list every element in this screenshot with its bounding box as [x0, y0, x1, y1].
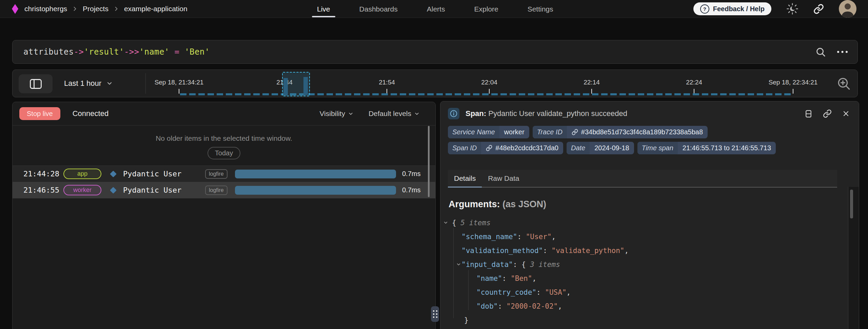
timeline-tick-mark — [489, 89, 490, 94]
stop-live-button[interactable]: Stop live — [19, 107, 60, 120]
tab-live[interactable]: Live — [312, 0, 335, 18]
live-panel-scrollbar[interactable] — [428, 126, 430, 197]
log-row[interactable]: 21:46:55workerPydantic Userlogfire0.7ms — [13, 182, 435, 198]
meta-value-text: #34bd8e51d73c3f4c8a189b72338a5ba8 — [581, 128, 703, 136]
tab-raw-data[interactable]: Raw Data — [482, 170, 525, 187]
span-name: Pydantic User — [123, 170, 205, 178]
query-bar[interactable]: attributes->'result'->>'name' = 'Ben' — [12, 40, 858, 64]
timeline-selection[interactable] — [282, 72, 310, 96]
span-detail-panel: Span: Pydantic User validate_python succ… — [440, 101, 859, 329]
breadcrumb-projects[interactable]: Projects — [83, 5, 108, 13]
feedback-help-button[interactable]: ? Feedback / Help — [693, 2, 771, 15]
span-panel-scrollbar-track — [848, 187, 859, 329]
meta-value[interactable]: #34bd8e51d73c3f4c8a189b72338a5ba8 — [567, 126, 708, 138]
theme-toggle-icon[interactable] — [786, 3, 798, 15]
timeline-tick-label: 22:04 — [481, 79, 497, 86]
grip-dots-icon — [433, 310, 437, 318]
json-key: "schema_name" — [461, 233, 517, 241]
timeline[interactable]: Sep 18, 21:34:2121:4421:5422:0422:1422:2… — [13, 70, 857, 97]
span-diamond-icon — [110, 171, 117, 177]
json-line: "dob": "2000-02-02", — [449, 299, 859, 313]
json-line: } — [449, 313, 859, 327]
json-punct: : — [536, 288, 545, 296]
timeline-tick-label: 22:14 — [584, 79, 600, 86]
json-punct: , — [624, 247, 629, 255]
panel-resize-handle[interactable] — [431, 306, 439, 322]
empty-state: No older items in the selected time wind… — [13, 125, 435, 166]
connection-status: Connected — [73, 109, 108, 118]
query-token: 'Ben' — [184, 47, 210, 57]
top-nav: christophergs Projects example-applicati… — [0, 0, 868, 18]
timeline-tick-label: 22:24 — [686, 79, 702, 86]
live-panel-header: Stop live Connected Visibility Default l… — [13, 102, 435, 125]
split-view-icon[interactable] — [804, 110, 813, 118]
meta-value-text: 2024-09-18 — [594, 144, 629, 152]
log-row[interactable]: 21:44:28appPydantic Userlogfire0.7ms — [13, 166, 435, 182]
user-avatar[interactable] — [839, 0, 856, 18]
time-range-bar: Last 1 hour Sep 18, 21:34:2121:4421:5422… — [12, 70, 858, 97]
json-key: "name" — [476, 274, 502, 283]
meta-value[interactable]: #48eb2cdcdc317da0 — [481, 142, 563, 154]
copy-link-icon[interactable] — [823, 109, 832, 118]
app-root: christophergs Projects example-applicati… — [0, 0, 868, 329]
breadcrumb-project-name[interactable]: example-application — [124, 5, 188, 13]
timeline-zoom-in-button[interactable] — [837, 77, 851, 91]
span-diamond-icon — [110, 187, 117, 194]
meta-value-text: 21:46:55.713 to 21:46:55.713 — [683, 144, 771, 152]
arguments-label: Arguments: — [449, 199, 500, 209]
empty-state-message: No older items in the selected time wind… — [13, 134, 435, 142]
search-icon[interactable] — [815, 47, 826, 57]
tab-details[interactable]: Details — [448, 170, 482, 187]
more-options-icon[interactable] — [836, 48, 849, 56]
today-badge[interactable]: Today — [208, 147, 240, 159]
link-icon — [486, 145, 492, 151]
json-punct: , — [567, 288, 571, 296]
json-str: "User" — [526, 233, 552, 241]
json-line: "country_code": "USA", — [449, 285, 859, 299]
log-timestamp: 21:46:55 — [23, 186, 63, 194]
json-str: "2000-02-02" — [507, 302, 558, 310]
span-detail-content: Arguments: (as JSON) { 5 items"schema_na… — [440, 188, 859, 327]
query-input[interactable]: attributes->'result'->>'name' = 'Ben' — [23, 47, 210, 57]
json-key: "input_data" — [461, 260, 513, 269]
meta-label: Trace ID — [533, 126, 567, 138]
json-key: "country_code" — [476, 288, 536, 296]
meta-span-id: Span ID#48eb2cdcdc317da0 — [448, 142, 563, 154]
close-icon[interactable] — [842, 110, 850, 118]
service-badge[interactable]: app — [63, 169, 101, 179]
timeline-tick-mark — [591, 89, 592, 94]
log-timestamp: 21:44:28 — [23, 170, 63, 178]
arguments-heading: Arguments: (as JSON) — [449, 199, 859, 210]
duration-bar[interactable] — [235, 170, 396, 178]
timeline-tick-mark — [387, 89, 387, 94]
json-punct: : — [502, 274, 511, 283]
live-panel-controls: Visibility Default levels — [319, 110, 420, 118]
query-token: attributes — [23, 47, 74, 57]
json-punct: : { — [513, 260, 530, 269]
tab-explore[interactable]: Explore — [469, 0, 503, 18]
default-levels-dropdown[interactable]: Default levels — [369, 110, 420, 118]
arguments-format-label: (as JSON) — [502, 199, 546, 209]
collapse-caret-icon[interactable] — [456, 262, 461, 267]
breadcrumb-org[interactable]: christophergs — [24, 5, 67, 13]
visibility-dropdown[interactable]: Visibility — [319, 110, 353, 118]
tab-dashboards[interactable]: Dashboards — [354, 0, 403, 18]
meta-value: 2024-09-18 — [590, 142, 634, 154]
tab-alerts[interactable]: Alerts — [422, 0, 450, 18]
duration-bar[interactable] — [235, 186, 396, 195]
collapse-caret-icon[interactable] — [443, 220, 448, 225]
json-punct: , — [558, 302, 562, 310]
span-title: Span: Pydantic User validate_python succ… — [466, 109, 627, 118]
query-token: = — [170, 47, 185, 57]
json-punct: : — [543, 247, 551, 255]
json-punct: } — [464, 316, 469, 324]
meta-value-text: worker — [504, 128, 525, 136]
query-token: ->> — [124, 47, 139, 57]
timeline-tick-label: 21:54 — [379, 79, 395, 86]
json-str: "validate_python" — [552, 247, 625, 255]
logfire-logo-icon[interactable] — [12, 4, 19, 14]
share-link-icon[interactable] — [813, 4, 824, 14]
span-panel-scrollbar-thumb[interactable] — [850, 190, 853, 218]
service-badge[interactable]: worker — [63, 185, 101, 195]
tab-settings[interactable]: Settings — [522, 0, 558, 18]
